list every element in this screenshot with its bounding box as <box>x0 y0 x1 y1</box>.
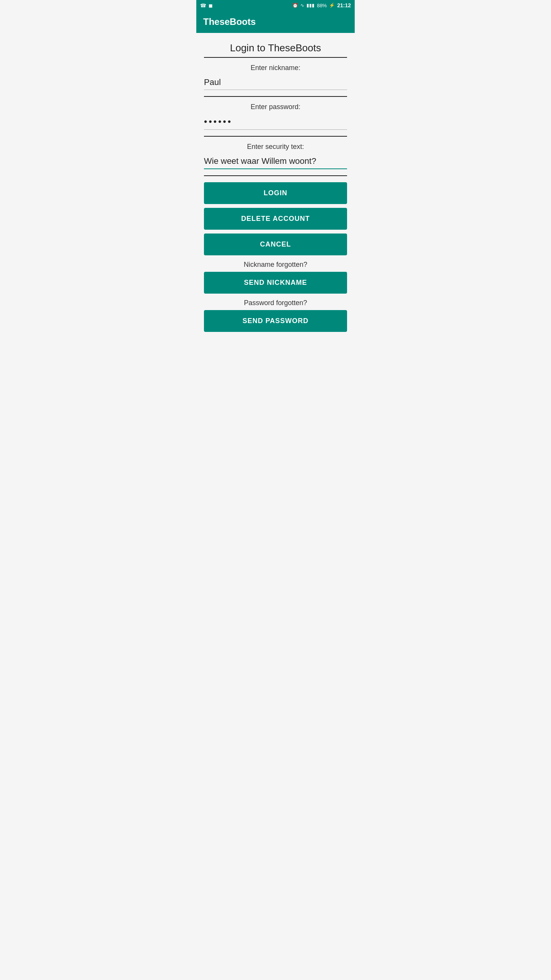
battery-indicator: 88% <box>317 3 327 8</box>
password-label: Enter password: <box>204 103 347 111</box>
security-input-wrapper <box>204 155 347 170</box>
app-title: TheseBoots <box>203 16 256 27</box>
whatsapp-icon: ☎ <box>200 3 206 8</box>
page-title: Login to TheseBoots <box>204 42 347 54</box>
security-divider <box>204 175 347 176</box>
status-bar-right: ⏰ ∿ ▮▮▮ 88% ⚡ 21:12 <box>292 2 351 8</box>
main-content: Login to TheseBoots Enter nickname: Ente… <box>196 33 355 345</box>
delete-account-button[interactable]: DELETE ACCOUNT <box>204 208 347 230</box>
status-bar: ☎ ◼ ⏰ ∿ ▮▮▮ 88% ⚡ 21:12 <box>196 0 355 11</box>
image-icon: ◼ <box>209 3 213 8</box>
nickname-input[interactable] <box>204 76 347 90</box>
login-button[interactable]: LOGIN <box>204 182 347 204</box>
wifi-icon: ∿ <box>300 3 304 8</box>
app-bar: TheseBoots <box>196 11 355 33</box>
battery-charging-icon: ⚡ <box>329 3 335 8</box>
nickname-label: Enter nickname: <box>204 64 347 72</box>
alarm-icon: ⏰ <box>292 3 298 8</box>
title-divider <box>204 57 347 58</box>
password-divider <box>204 136 347 137</box>
signal-icon: ▮▮▮ <box>306 3 315 8</box>
nickname-divider <box>204 96 347 97</box>
clock-display: 21:12 <box>337 2 351 8</box>
send-nickname-button[interactable]: SEND NICKNAME <box>204 272 347 294</box>
nickname-forgotten-label: Nickname forgotten? <box>204 261 347 269</box>
cancel-button[interactable]: CANCEL <box>204 234 347 255</box>
security-input[interactable] <box>204 155 347 169</box>
send-password-button[interactable]: SEND PASSWORD <box>204 310 347 332</box>
status-bar-left: ☎ ◼ <box>200 3 213 8</box>
password-input[interactable] <box>204 115 347 130</box>
security-label: Enter security text: <box>204 143 347 151</box>
password-forgotten-label: Password forgotten? <box>204 299 347 307</box>
